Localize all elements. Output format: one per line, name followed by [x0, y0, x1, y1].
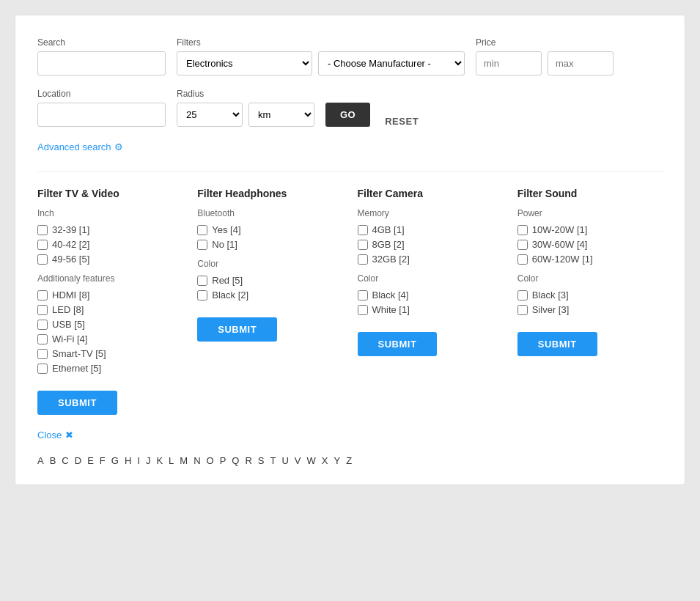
search-row: Search Filters Electronics Other - Choos… [37, 37, 663, 75]
alphabet-letter-o[interactable]: O [207, 455, 214, 466]
tv-inch-40-label: 40-42 [2] [52, 239, 89, 250]
alphabet-letter-a[interactable]: A [37, 455, 44, 466]
filter-tv-title: Filter TV & Video [37, 188, 183, 199]
list-item: 10W-20W [1] [517, 224, 663, 235]
camera-8gb-checkbox[interactable] [358, 240, 368, 250]
headphones-red-checkbox[interactable] [197, 276, 207, 286]
alphabet-letter-t[interactable]: T [270, 455, 276, 466]
alphabet-letter-j[interactable]: J [146, 455, 151, 466]
tv-usb-checkbox[interactable] [37, 320, 48, 330]
radius-unit-select[interactable]: km mi [248, 103, 314, 127]
alphabet-letter-w[interactable]: W [307, 455, 316, 466]
alphabet-letter-b[interactable]: B [50, 455, 56, 466]
sound-silver-checkbox[interactable] [517, 305, 528, 315]
location-group: Location [37, 89, 166, 127]
sound-silver-label: Silver [3] [532, 304, 570, 315]
go-button[interactable]: GO [325, 103, 370, 127]
alphabet-letter-r[interactable]: R [245, 455, 251, 466]
camera-32gb-label: 32GB [2] [372, 254, 410, 265]
alphabet-letter-k[interactable]: K [156, 455, 163, 466]
price-max-input[interactable] [548, 51, 614, 75]
manufacturer-select[interactable]: - Choose Manufacturer - [318, 51, 465, 75]
headphones-no-checkbox[interactable] [197, 240, 207, 250]
submit-sound-button[interactable]: SUBMIT [517, 332, 597, 356]
filter-camera-title: Filter Camera [358, 188, 503, 199]
divider [37, 171, 663, 172]
close-link[interactable]: Close ✖ [37, 429, 73, 440]
list-item: 40-42 [2] [37, 239, 183, 250]
alphabet-letter-e[interactable]: E [87, 455, 94, 466]
advanced-search-link[interactable]: Advanced search ⚙ [37, 141, 123, 152]
tv-inch-49-checkbox[interactable] [37, 254, 48, 265]
reset-button[interactable]: RESET [381, 116, 422, 127]
tv-hdmi-label: HDMI [8] [52, 290, 89, 300]
filter-headphones-bluetooth-label: Bluetooth [197, 208, 342, 218]
sound-30w-label: 30W-60W [4] [532, 239, 588, 250]
alphabet-letter-y[interactable]: Y [334, 455, 340, 466]
advanced-search-label: Advanced search [37, 141, 111, 152]
sound-black-checkbox[interactable] [517, 290, 528, 300]
tv-inch-32-checkbox[interactable] [37, 225, 48, 235]
alphabet-letter-m[interactable]: M [180, 455, 188, 466]
alphabet-letter-z[interactable]: Z [346, 455, 352, 466]
tv-inch-40-checkbox[interactable] [37, 240, 48, 250]
location-input[interactable] [37, 103, 166, 127]
camera-4gb-checkbox[interactable] [358, 225, 368, 235]
alphabet-letter-v[interactable]: V [295, 455, 301, 466]
tv-smarttv-checkbox[interactable] [37, 349, 48, 359]
alphabet-letter-g[interactable]: G [111, 455, 119, 466]
list-item: Black [4] [358, 290, 503, 300]
list-item: 8GB [2] [358, 239, 503, 250]
list-item: 30W-60W [4] [517, 239, 663, 250]
headphones-red-label: Red [5] [212, 275, 243, 286]
filter-camera-memory-label: Memory [358, 208, 503, 218]
alphabet-letter-c[interactable]: C [62, 455, 68, 466]
alphabet-letter-p[interactable]: P [220, 455, 226, 466]
headphones-black-checkbox[interactable] [197, 290, 207, 300]
tv-led-label: LED [8] [52, 304, 84, 315]
alphabet-letter-u[interactable]: U [281, 455, 288, 466]
sound-60w-label: 60W-120W [1] [532, 254, 593, 265]
submit-camera-button[interactable]: SUBMIT [358, 332, 438, 356]
alphabet-letter-l[interactable]: L [169, 455, 174, 466]
search-input[interactable] [37, 51, 166, 75]
price-min-input[interactable] [476, 51, 542, 75]
camera-8gb-label: 8GB [2] [372, 239, 405, 250]
alphabet-letter-q[interactable]: Q [232, 455, 239, 466]
alphabet-letter-n[interactable]: N [194, 455, 200, 466]
alphabet-letter-f[interactable]: F [100, 455, 106, 466]
submit-headphones-button[interactable]: SUBMIT [197, 317, 277, 342]
list-item: Red [5] [197, 275, 342, 286]
sound-30w-checkbox[interactable] [517, 240, 528, 250]
alphabet-letter-d[interactable]: D [75, 455, 81, 466]
tv-led-checkbox[interactable] [37, 305, 48, 315]
location-row: Location Radius 25 10 50 100 km mi GO RE… [37, 89, 663, 127]
tv-ethernet-checkbox[interactable] [37, 364, 48, 374]
alphabet-letter-s[interactable]: S [258, 455, 265, 466]
alphabet-letter-i[interactable]: I [137, 455, 140, 466]
alphabet-letter-h[interactable]: H [125, 455, 131, 466]
filter-tv-inch-label: Inch [37, 208, 183, 218]
radius-value-select[interactable]: 25 10 50 100 [177, 103, 243, 127]
camera-white-checkbox[interactable] [358, 305, 368, 315]
tv-hdmi-checkbox[interactable] [37, 290, 48, 300]
sound-10w-checkbox[interactable] [517, 225, 528, 235]
camera-white-label: White [1] [372, 304, 410, 315]
tv-ethernet-label: Ethernet [5] [52, 363, 101, 374]
category-select[interactable]: Electronics Other [177, 51, 312, 75]
camera-black-checkbox[interactable] [358, 290, 368, 300]
list-item: 49-56 [5] [37, 254, 183, 265]
tv-wifi-checkbox[interactable] [37, 334, 48, 344]
list-item: Ethernet [5] [37, 363, 183, 374]
submit-tv-button[interactable]: SUBMIT [37, 391, 117, 415]
tv-inch-32-label: 32-39 [1] [52, 224, 89, 235]
close-label: Close [37, 429, 62, 440]
sound-60w-checkbox[interactable] [517, 254, 528, 265]
list-item: 32GB [2] [358, 254, 503, 265]
filter-headphones-title: Filter Headphones [197, 188, 342, 199]
headphones-yes-checkbox[interactable] [197, 225, 207, 235]
alphabet-letter-x[interactable]: X [322, 455, 328, 466]
filter-sound-col: Filter Sound Power 10W-20W [1] 30W-60W [… [517, 188, 663, 415]
camera-32gb-checkbox[interactable] [358, 254, 368, 265]
sound-10w-label: 10W-20W [1] [532, 224, 588, 235]
